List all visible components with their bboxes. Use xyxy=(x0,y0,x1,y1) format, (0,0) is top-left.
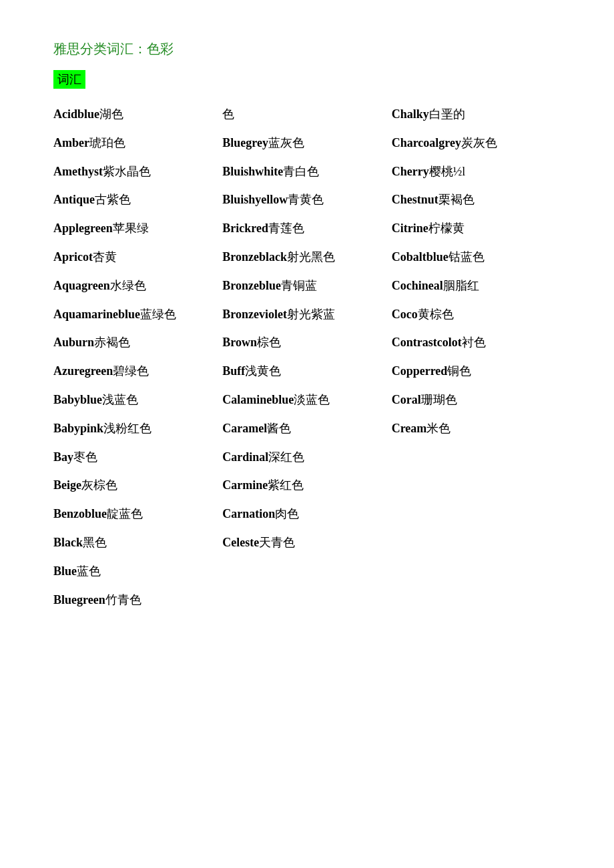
list-item: Apricot杏黄 xyxy=(53,248,209,267)
highlight-label: 词汇 xyxy=(53,70,85,89)
list-item: 色 xyxy=(222,105,378,124)
list-item: Amber琥珀色 xyxy=(53,133,209,153)
list-item: Aquamarineblue蓝绿色 xyxy=(53,305,209,324)
list-item: Carmine紫红色 xyxy=(222,476,378,495)
list-item: Copperred铜色 xyxy=(392,362,547,381)
list-item: Celeste天青色 xyxy=(222,533,378,552)
list-item: Bronzeblue青铜蓝 xyxy=(222,276,378,296)
list-item: Benzoblue靛蓝色 xyxy=(53,504,209,524)
list-item: Bronzeviolet射光紫蓝 xyxy=(222,305,378,324)
list-item: Brown棕色 xyxy=(222,333,378,352)
list-item: Contrastcolot衬色 xyxy=(392,333,547,352)
column-3: Chalky白垩的Charcoalgrey炭灰色Cherry樱桃½lChestn… xyxy=(392,105,561,448)
list-item: Coco黄棕色 xyxy=(392,305,547,324)
list-item: Cherry樱桃½l xyxy=(392,162,547,181)
page-title: 雅思分类词汇：色彩 xyxy=(53,40,561,58)
list-item: Auburn赤褐色 xyxy=(53,333,209,352)
list-item: Babyblue浅蓝色 xyxy=(53,390,209,410)
column-2: 色Bluegrey蓝灰色Bluishwhite青白色Bluishyellow青黄… xyxy=(222,105,391,562)
list-item: Aquagreen水绿色 xyxy=(53,276,209,296)
list-item: Carnation肉色 xyxy=(222,504,378,524)
list-item: Babypink浅粉红色 xyxy=(53,419,209,438)
list-item: Bluishwhite青白色 xyxy=(222,162,378,181)
list-item: Cream米色 xyxy=(392,419,547,438)
list-item: Bluegrey蓝灰色 xyxy=(222,133,378,153)
list-item: Chestnut栗褐色 xyxy=(392,190,547,209)
list-item: Brickred青莲色 xyxy=(222,219,378,238)
list-item: Calamineblue淡蓝色 xyxy=(222,390,378,410)
list-item: Blue蓝色 xyxy=(53,562,209,581)
list-item: Citrine柠檬黄 xyxy=(392,219,547,238)
list-item: Amethyst紫水晶色 xyxy=(53,162,209,181)
list-item: Bluishyellow青黄色 xyxy=(222,190,378,209)
list-item: Beige灰棕色 xyxy=(53,476,209,495)
list-item: Caramel酱色 xyxy=(222,419,378,438)
list-item: Chalky白垩的 xyxy=(392,105,547,124)
list-item: Black黑色 xyxy=(53,533,209,552)
column-1: Acidblue湖色Amber琥珀色Amethyst紫水晶色Antique古紫色… xyxy=(53,105,222,618)
list-item: Bluegreen竹青色 xyxy=(53,590,209,610)
list-item: Charcoalgrey炭灰色 xyxy=(392,133,547,153)
list-item: Cardinal深红色 xyxy=(222,448,378,467)
list-item: Applegreen苹果绿 xyxy=(53,219,209,238)
list-item: Bronzeblack射光黑色 xyxy=(222,248,378,267)
list-item: Antique古紫色 xyxy=(53,190,209,209)
list-item: Bay枣色 xyxy=(53,448,209,467)
list-item: Cochineal胭脂红 xyxy=(392,276,547,296)
list-item: Buff浅黄色 xyxy=(222,362,378,381)
list-item: Coral珊瑚色 xyxy=(392,390,547,410)
list-item: Azuregreen碧绿色 xyxy=(53,362,209,381)
list-item: Cobaltblue钴蓝色 xyxy=(392,248,547,267)
list-item: Acidblue湖色 xyxy=(53,105,209,124)
